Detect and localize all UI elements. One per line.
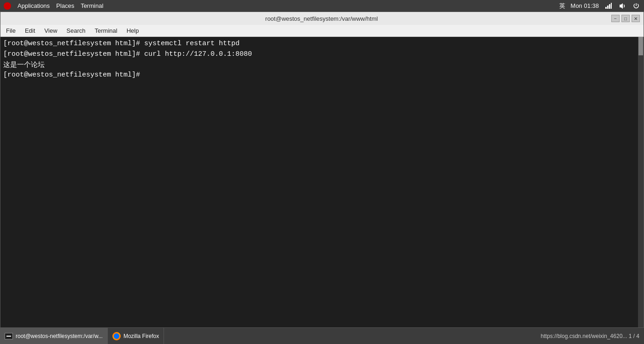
taskbar-terminal[interactable]: root@westos-netfilesystem:/var/w... — [0, 328, 108, 344]
menu-terminal[interactable]: Terminal — [91, 26, 121, 35]
close-button[interactable]: ✕ — [632, 15, 640, 22]
network-icon[interactable] — [604, 2, 613, 10]
svg-rect-1 — [607, 6, 609, 9]
system-bar-left: Applications Places Terminal — [4, 2, 103, 10]
terminal-body[interactable]: [root@westos_netfilesystem html]# system… — [0, 37, 644, 334]
menu-edit[interactable]: Edit — [21, 26, 39, 35]
clock: Mon 01:38 — [571, 2, 599, 9]
terminal-line-3: 这是一个论坛 — [3, 59, 641, 70]
scrollbar[interactable] — [638, 37, 644, 334]
menu-search[interactable]: Search — [63, 26, 89, 35]
firefox-taskbar-icon — [112, 332, 121, 340]
system-bar: Applications Places Terminal 英 Mon 01:38 — [0, 0, 644, 12]
menu-file[interactable]: File — [2, 26, 19, 35]
terminal-line-2: [root@westos_netfilesystem html]# curl h… — [3, 49, 641, 60]
terminal-taskbar-icon — [5, 333, 13, 339]
system-bar-right: 英 Mon 01:38 — [559, 2, 640, 10]
terminal-window: root@westos_netfilesystem:/var/www/html … — [0, 12, 644, 334]
power-icon[interactable] — [632, 2, 640, 10]
terminal-line-4: [root@westos_netfilesystem html]# — [3, 70, 641, 81]
svg-rect-3 — [611, 3, 612, 9]
taskbar-terminal-label: root@westos-netfilesystem:/var/w... — [16, 333, 103, 339]
menu-view[interactable]: View — [41, 26, 61, 35]
redhat-icon — [4, 2, 11, 10]
terminal-line-1: [root@westos_netfilesystem html]# system… — [3, 39, 641, 49]
maximize-button[interactable]: □ — [621, 15, 630, 22]
svg-rect-2 — [609, 4, 610, 9]
scrollbar-thumb[interactable] — [638, 37, 643, 55]
svg-marker-4 — [620, 3, 623, 9]
taskbar-url-info: https://blog.csdn.net/weixin_4620... 1 /… — [541, 333, 639, 339]
taskbar-firefox[interactable]: Mozilla Firefox — [108, 328, 164, 344]
window-controls: − □ ✕ — [611, 15, 640, 22]
window-title: root@westos_netfilesystem:/var/www/html — [32, 15, 611, 22]
language-indicator: 英 — [559, 2, 565, 10]
minimize-button[interactable]: − — [611, 15, 620, 22]
menu-bar: File Edit View Search Terminal Help — [0, 25, 644, 37]
volume-icon[interactable] — [618, 2, 626, 10]
applications-menu[interactable]: Applications — [18, 2, 50, 9]
taskbar-firefox-label: Mozilla Firefox — [123, 333, 159, 339]
title-bar: root@westos_netfilesystem:/var/www/html … — [0, 12, 644, 25]
taskbar: root@westos-netfilesystem:/var/w... Mozi… — [0, 327, 644, 344]
places-menu[interactable]: Places — [56, 2, 74, 9]
terminal-menu[interactable]: Terminal — [81, 2, 103, 9]
menu-help[interactable]: Help — [123, 26, 143, 35]
svg-rect-0 — [605, 7, 607, 9]
taskbar-right: https://blog.csdn.net/weixin_4620... 1 /… — [536, 333, 644, 339]
